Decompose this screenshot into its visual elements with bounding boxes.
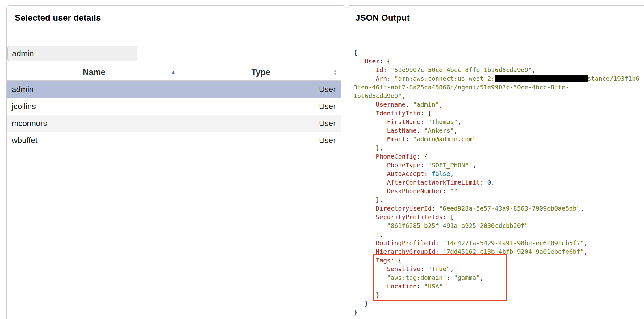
tags-highlight-group: Tags: { Sensitive: "True", "aws:tag:doma… — [353, 256, 644, 299]
code-line: }, — [353, 143, 644, 152]
code-segment: , — [458, 118, 461, 125]
user-name-cell: jcollins — [7, 98, 181, 115]
code-line: AutoAccept: false, — [353, 169, 644, 178]
code-segment — [353, 257, 376, 264]
code-segment — [353, 66, 376, 74]
json-output-title: JSON Output — [355, 13, 410, 23]
column-header-name-label: Name — [83, 68, 106, 77]
code-segment: HierarchyGroupId — [376, 248, 435, 255]
code-segment: }, — [353, 196, 383, 203]
code-segment: false — [432, 170, 450, 177]
code-segment: Username — [376, 101, 405, 108]
sort-toggle-icon: ▲ ▼ — [333, 69, 337, 76]
code-segment: : — [435, 239, 443, 247]
code-segment — [353, 265, 387, 273]
code-segment: : — [435, 248, 443, 255]
code-segment: IdentityInfo — [376, 109, 420, 117]
table-row[interactable]: jcollinsUser — [7, 98, 341, 115]
user-name-cell: mconnors — [7, 115, 181, 132]
code-line: ], — [353, 230, 644, 239]
user-name-cell: wbuffet — [7, 132, 181, 149]
code-segment: stance/193f1b6 — [588, 75, 640, 82]
code-segment: : — [443, 187, 450, 195]
sort-down-glyph: ▼ — [333, 72, 337, 76]
code-line: RoutingProfileId: "14c4271a-5429-4a91-98… — [353, 239, 644, 247]
code-line: AfterContactWorkTimeLimit: 0, — [353, 178, 644, 187]
user-filter-input[interactable] — [7, 46, 137, 61]
code-segment: : — [446, 274, 454, 281]
code-segment: , — [532, 66, 536, 74]
code-segment — [353, 179, 387, 186]
code-segment: "" — [450, 187, 458, 195]
code-segment: , — [472, 161, 476, 169]
code-segment — [353, 127, 387, 134]
code-segment: AutoAccept — [387, 170, 424, 177]
code-segment: : — [417, 127, 424, 134]
json-code-block: { User: { Id: "51e9907c-50ce-4bcc-8ffe-1… — [347, 30, 644, 317]
code-segment — [353, 161, 387, 169]
code-segment — [353, 187, 387, 195]
user-type-cell: User — [181, 81, 341, 98]
code-segment — [353, 170, 387, 177]
code-segment — [353, 213, 376, 221]
user-table: Name ▲ Type ▲ ▼ adminUserjcollinsUsermco… — [7, 64, 341, 149]
code-segment: , — [491, 179, 495, 186]
json-output-panel: JSON Output { User: { Id: "51e9907c-50ce… — [347, 5, 644, 319]
user-type-cell: User — [181, 115, 341, 132]
code-segment: "861f6285-b25f-491a-a925-2030cdcbb20f" — [387, 222, 528, 229]
code-line: User: { — [353, 57, 644, 66]
code-segment: : — [424, 170, 432, 177]
user-type-cell: User — [181, 132, 341, 149]
code-segment: : { — [417, 153, 428, 160]
redaction-box — [495, 75, 588, 82]
code-segment: Email — [387, 135, 405, 143]
code-line: IdentityInfo: { — [353, 109, 644, 117]
code-segment: "51e9907c-50ce-4bcc-8ffe-1b16d5cda9e9" — [391, 66, 532, 74]
code-segment: : { — [420, 109, 432, 117]
code-segment: AfterContactWorkTimeLimit — [387, 179, 480, 186]
code-segment: "aws:tag:domain" — [387, 274, 446, 281]
code-line: Id: "51e9907c-50ce-4bcc-8ffe-1b16d5cda9e… — [353, 66, 644, 74]
code-line: DeskPhoneNumber: "" — [353, 187, 644, 195]
app-root: Selected user details Name ▲ Type ▲ — [0, 0, 644, 319]
code-line: Arn: "arn:aws:connect:us-west-2:stance/1… — [353, 74, 644, 83]
code-segment: : — [406, 101, 413, 108]
column-header-type[interactable]: Type ▲ ▼ — [181, 64, 341, 81]
code-segment — [353, 101, 376, 108]
user-details-panel: Selected user details Name ▲ Type ▲ — [6, 5, 346, 319]
table-row[interactable]: wbuffetUser — [7, 132, 341, 149]
code-segment — [353, 248, 376, 255]
code-line: DirectoryUserId: "6eed928a-5e57-43a9-856… — [353, 204, 644, 213]
code-segment: } — [353, 308, 357, 316]
user-details-body: Name ▲ Type ▲ ▼ adminUserjcollinsUsermco… — [7, 30, 346, 149]
code-segment: : { — [391, 257, 402, 264]
table-row[interactable]: mconnorsUser — [7, 115, 341, 132]
code-segment: , — [450, 265, 454, 273]
code-segment: : — [480, 179, 487, 186]
code-segment: User — [365, 57, 379, 65]
code-segment: "True" — [428, 265, 450, 273]
column-header-name[interactable]: Name ▲ — [7, 64, 181, 81]
code-segment: : — [387, 75, 394, 82]
code-segment — [353, 205, 376, 212]
code-line: Username: "admin", — [353, 100, 644, 109]
user-type-cell: User — [181, 98, 341, 115]
code-segment: 1b16d5cda9e9" — [353, 92, 402, 100]
table-row[interactable]: adminUser — [7, 81, 341, 98]
code-line: LastName: "Ankers", — [353, 126, 644, 135]
code-segment: DeskPhoneNumber — [387, 187, 443, 195]
code-segment: Location — [387, 283, 416, 290]
code-segment: "14c4271a-5429-4a91-98be-ec61091cb5f7" — [443, 239, 584, 247]
code-segment: , — [480, 274, 483, 281]
code-segment: , — [402, 92, 406, 100]
code-segment — [353, 239, 376, 247]
code-segment: : — [406, 135, 413, 143]
code-segment: : [ — [443, 213, 454, 221]
code-segment — [353, 222, 387, 229]
code-segment: : — [420, 118, 428, 125]
code-segment: DirectoryUserId — [376, 205, 432, 212]
code-segment — [353, 283, 387, 290]
code-line: } — [353, 308, 644, 317]
code-line: SecurityProfileIds: [ — [353, 213, 644, 221]
code-segment: 3fea-46ff-abf7-8a25ca45866f/agent/51e990… — [353, 83, 569, 91]
